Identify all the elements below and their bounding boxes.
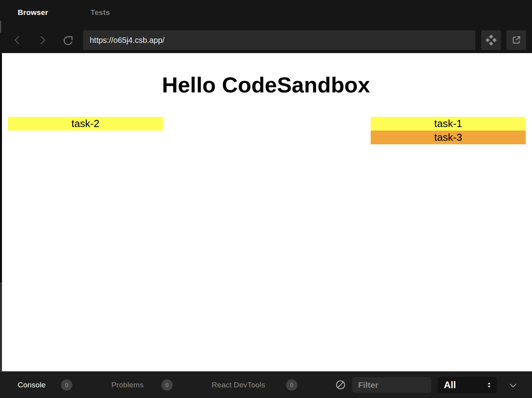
diamond-grid-icon xyxy=(485,34,497,46)
pane-resize-handle[interactable] xyxy=(0,21,1,33)
clear-console-button[interactable] xyxy=(334,379,347,391)
task-card[interactable]: task-3 xyxy=(371,131,526,144)
tab-console[interactable]: Console xyxy=(18,381,46,389)
log-level-select[interactable]: All xyxy=(438,377,497,393)
responsive-preview-button[interactable] xyxy=(481,30,501,50)
tab-problems[interactable]: Problems xyxy=(111,381,144,389)
problems-count-badge: 0 xyxy=(161,379,173,391)
left-scrollbar-thumb[interactable] xyxy=(0,53,2,282)
devtools-bar: Console 0 Problems 0 React DevTools 0 Al… xyxy=(0,371,532,398)
open-in-new-window-button[interactable] xyxy=(506,30,526,50)
chevron-right-icon xyxy=(37,35,47,46)
task-board: task-2 task-1 task-3 xyxy=(8,117,526,144)
page-title: Hello CodeSandbox xyxy=(0,72,532,98)
tab-react-devtools[interactable]: React DevTools xyxy=(212,381,265,389)
refresh-icon xyxy=(62,34,74,46)
collapse-console-button[interactable] xyxy=(507,379,519,391)
console-count-badge: 0 xyxy=(61,379,72,391)
task-column-left: task-2 xyxy=(8,117,163,144)
refresh-button[interactable] xyxy=(61,33,75,47)
browser-chrome: Browser Tests xyxy=(0,0,532,53)
task-card[interactable]: task-1 xyxy=(371,117,526,131)
back-button[interactable] xyxy=(12,35,23,46)
preview-pane: Hello CodeSandbox task-2 task-1 task-3 xyxy=(0,53,532,371)
tab-tests[interactable]: Tests xyxy=(91,8,110,17)
chevron-left-icon xyxy=(13,35,23,46)
url-input[interactable] xyxy=(83,30,475,50)
select-spinner-icon xyxy=(486,381,492,389)
log-level-value: All xyxy=(444,380,486,391)
task-column-right: task-1 task-3 xyxy=(371,117,526,144)
tab-browser[interactable]: Browser xyxy=(18,8,48,17)
circle-slash-icon xyxy=(335,379,346,391)
filter-input[interactable] xyxy=(352,377,431,393)
external-link-icon xyxy=(511,35,522,46)
task-card[interactable]: task-2 xyxy=(8,117,163,131)
forward-button[interactable] xyxy=(37,35,48,46)
chevron-down-icon xyxy=(508,380,518,390)
devtools-count-badge: 0 xyxy=(286,379,297,391)
